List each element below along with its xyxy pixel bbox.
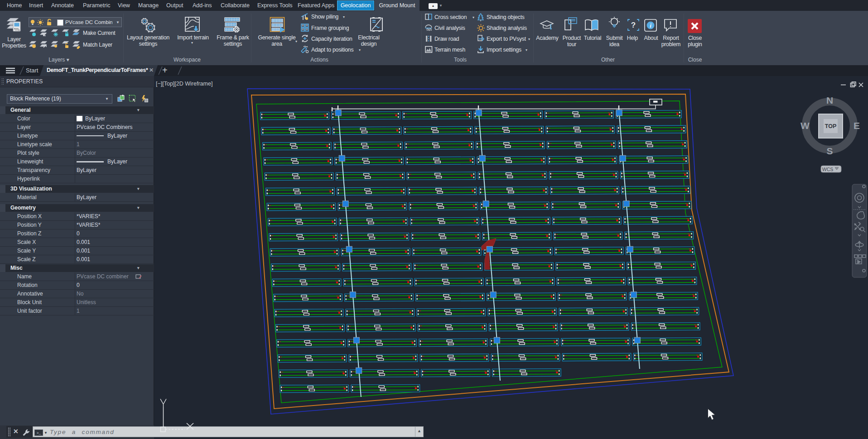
svg-text:i: i (650, 22, 651, 29)
svg-text:S: S (826, 146, 833, 156)
svg-text:N: N (826, 95, 833, 105)
svg-text:E: E (854, 120, 860, 131)
svg-text:?: ? (631, 21, 636, 29)
svg-text:[−][Top][2D Wireframe]: [−][Top][2D Wireframe] (156, 81, 212, 87)
svg-text:W: W (800, 120, 810, 131)
svg-text:TOP: TOP (825, 123, 836, 129)
svg-text:WCS: WCS (822, 167, 834, 172)
